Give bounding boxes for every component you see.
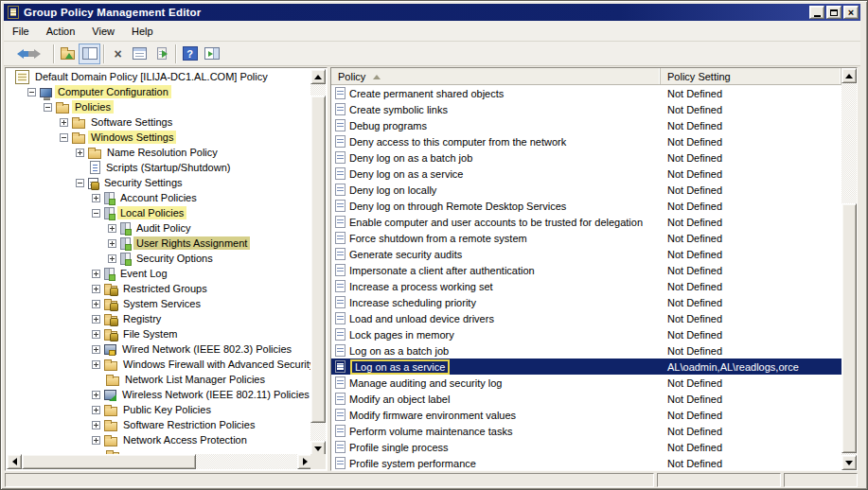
column-header-policy-setting[interactable]: Policy Setting — [661, 68, 841, 84]
list-scroll-thumb[interactable] — [841, 203, 857, 453]
policy-row[interactable]: Log on as a batch jobNot Defined — [331, 342, 841, 359]
tree-item[interactable]: Registry — [7, 311, 312, 326]
policy-name-cell: Deny log on through Remote Desktop Servi… — [331, 200, 661, 212]
tree-item[interactable]: Name Resolution Policy — [7, 145, 312, 160]
tree-vertical-scrollbar[interactable] — [310, 69, 326, 456]
tree-hscroll-thumb[interactable] — [22, 454, 196, 469]
tree-expander-plus[interactable] — [92, 315, 100, 324]
tree-horizontal-scrollbar[interactable] — [7, 454, 312, 469]
tree-expander-plus[interactable] — [92, 436, 100, 445]
tree-item[interactable]: Wireless Network (IEEE 802.11) Policies — [7, 387, 312, 402]
policy-row[interactable]: Deny log on as a batch jobNot Defined — [331, 149, 841, 166]
policy-row[interactable]: Log on as a serviceAL\oadmin,AL\readlogs… — [331, 359, 841, 375]
up-one-level-button[interactable] — [57, 44, 79, 64]
policy-row[interactable]: Force shutdown from a remote systemNot D… — [331, 230, 841, 246]
tree-expander-plus[interactable] — [92, 300, 100, 308]
tree-item[interactable]: Public Key Policies — [7, 402, 312, 417]
menu-item-action[interactable]: Action — [38, 23, 84, 40]
policy-row[interactable]: Enable computer and user accounts to be … — [331, 214, 841, 230]
show-action-pane-button[interactable] — [201, 44, 222, 64]
policy-row[interactable]: Load and unload device driversNot Define… — [331, 310, 841, 326]
tree-expander-plus[interactable] — [92, 285, 100, 293]
tree-item[interactable]: Local Policies — [7, 205, 312, 220]
tree-expander-plus[interactable] — [60, 118, 68, 127]
delete-button[interactable]: × — [107, 44, 129, 64]
menu-item-view[interactable]: View — [83, 23, 123, 40]
policy-row[interactable]: Debug programsNot Defined — [331, 117, 841, 133]
tree-item[interactable]: Event Log — [7, 266, 312, 281]
close-button[interactable]: × — [843, 6, 859, 19]
policy-row[interactable]: Perform volume maintenance tasksNot Defi… — [331, 423, 841, 439]
show-console-tree-button[interactable] — [79, 44, 100, 64]
tree-expander-minus[interactable] — [44, 103, 52, 112]
tree-scroll-thumb[interactable] — [310, 96, 326, 423]
export-list-button[interactable] — [151, 44, 172, 64]
scroll-up-button[interactable] — [310, 69, 326, 84]
tree-item[interactable]: Network List Manager Policies — [7, 372, 312, 387]
tree-item[interactable]: File System — [7, 326, 312, 341]
tree-item[interactable]: Policies — [7, 99, 312, 114]
list-vertical-scrollbar[interactable] — [841, 68, 857, 470]
tree-item[interactable]: Security Settings — [7, 175, 312, 190]
tree-expander-plus[interactable] — [92, 345, 100, 354]
policy-row[interactable]: Deny log on locallyNot Defined — [331, 182, 841, 198]
tree-expander-plus[interactable] — [92, 406, 100, 414]
tree-item[interactable]: Account Policies — [7, 190, 312, 205]
tree-expander-plus[interactable] — [108, 254, 116, 263]
forward-button[interactable] — [28, 44, 50, 64]
tree-item[interactable]: Computer Configuration — [7, 84, 312, 99]
policy-row[interactable]: Increase a process working setNot Define… — [331, 278, 841, 294]
tree-expander-plus[interactable] — [92, 270, 100, 278]
policy-row[interactable]: Profile single processNot Defined — [331, 439, 841, 455]
tree-expander-minus[interactable] — [60, 133, 68, 142]
tree-item[interactable]: Software Restriction Policies — [7, 417, 312, 432]
tree-expander-plus[interactable] — [92, 391, 100, 399]
policy-row[interactable]: Deny log on through Remote Desktop Servi… — [331, 198, 841, 214]
policy-row[interactable]: Lock pages in memoryNot Defined — [331, 326, 841, 342]
tree-expander-minus[interactable] — [76, 179, 84, 187]
tree-expander-plus[interactable] — [92, 194, 100, 202]
policy-row[interactable]: Deny log on as a serviceNot Defined — [331, 166, 841, 182]
menu-item-help[interactable]: Help — [123, 23, 162, 40]
scroll-left-button[interactable] — [7, 454, 22, 469]
policy-row[interactable]: Manage auditing and security logNot Defi… — [331, 375, 841, 391]
minimize-button[interactable] — [809, 6, 824, 19]
tree-expander-plus[interactable] — [92, 421, 100, 429]
scroll-down-button[interactable] — [841, 455, 857, 470]
tree-item[interactable]: Security Options — [7, 251, 312, 266]
tree-item[interactable]: Audit Policy — [7, 220, 312, 236]
policy-row[interactable]: Create symbolic linksNot Defined — [331, 101, 841, 117]
tree-item[interactable]: System Services — [7, 296, 312, 311]
policy-row[interactable]: Increase scheduling priorityNot Defined — [331, 294, 841, 310]
tree-expander-plus[interactable] — [76, 149, 84, 157]
maximize-button[interactable] — [826, 6, 841, 19]
properties-button[interactable] — [129, 44, 151, 64]
tree-expander-minus[interactable] — [27, 88, 36, 96]
policy-row[interactable]: Generate security auditsNot Defined — [331, 246, 841, 262]
tree-expander-minus[interactable] — [92, 209, 100, 218]
policy-row[interactable]: Profile system performanceNot Defined — [331, 455, 841, 470]
tree-item[interactable]: Windows Settings — [7, 130, 312, 145]
tree-expander-plus[interactable] — [108, 224, 116, 233]
back-button[interactable] — [7, 44, 28, 64]
tree-item[interactable]: Network Access Protection — [7, 432, 312, 447]
tree-expander-plus[interactable] — [92, 330, 100, 339]
policy-row[interactable]: Create permanent shared objectsNot Defin… — [331, 85, 841, 101]
tree-item[interactable]: Software Settings — [7, 114, 312, 130]
tree-item[interactable]: Default Domain Policy [ILIJA-DC1.AL.COM]… — [7, 69, 312, 84]
policy-row[interactable]: Impersonate a client after authenticatio… — [331, 262, 841, 278]
column-header-policy[interactable]: Policy — [331, 68, 661, 84]
tree-item[interactable]: Scripts (Startup/Shutdown) — [7, 160, 312, 175]
tree-item[interactable]: User Rights Assignment — [7, 236, 312, 251]
tree-item[interactable]: Windows Firewall with Advanced Security — [7, 357, 312, 372]
menu-item-file[interactable]: File — [4, 23, 38, 40]
policy-row[interactable]: Modify firmware environment valuesNot De… — [331, 407, 841, 423]
tree-item[interactable]: Restricted Groups — [7, 281, 312, 296]
scroll-up-button[interactable] — [841, 68, 857, 83]
help-button[interactable]: ? — [179, 44, 201, 64]
tree-item[interactable]: Wired Network (IEEE 802.3) Policies — [7, 341, 312, 357]
policy-row[interactable]: Modify an object labelNot Defined — [331, 391, 841, 407]
policy-row[interactable]: Deny access to this computer from the ne… — [331, 133, 841, 149]
tree-expander-plus[interactable] — [108, 239, 116, 248]
tree-expander-plus[interactable] — [92, 360, 100, 369]
